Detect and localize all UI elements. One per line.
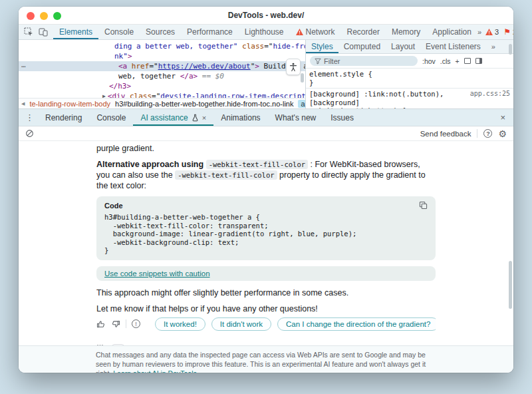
- devtools-window: DevTools - web.dev/ Elements Console Sou…: [19, 7, 513, 373]
- inspect-element-icon[interactable]: [24, 27, 33, 37]
- suggestion-chip[interactable]: It didn't work: [211, 317, 271, 331]
- code-block: Code h3#building-a-better-web-together a…: [96, 196, 436, 260]
- minimize-button[interactable]: [40, 12, 48, 20]
- chat-paragraph: This approach might offer slightly bette…: [96, 288, 436, 298]
- thumbs-up-icon[interactable]: [96, 319, 106, 329]
- dom-tree-line[interactable]: web, together </a> == $0: [19, 71, 305, 81]
- tab-console[interactable]: Console: [98, 25, 140, 39]
- drawer-tabs: ⋮ Rendering Console AI assistance × Anim…: [19, 109, 513, 126]
- styles-filter-row: Filter :hov .cls +: [306, 54, 513, 69]
- styles-filter-input[interactable]: Filter: [310, 56, 418, 66]
- element-style-rule[interactable]: element.style { }: [309, 70, 510, 87]
- dom-tree-line[interactable]: </h3>: [19, 81, 305, 91]
- new-style-rule-button[interactable]: +: [456, 57, 460, 65]
- titlebar: DevTools - web.dev/: [19, 7, 513, 25]
- issues-flag-icon: ⚑: [503, 27, 511, 37]
- ai-settings-gear-icon[interactable]: ⚙: [498, 128, 507, 139]
- tab-memory[interactable]: Memory: [386, 25, 426, 39]
- breadcrumb-back-icon[interactable]: ◀: [21, 101, 25, 106]
- stylesheet-source-link[interactable]: app.css:25: [470, 90, 510, 106]
- suggestion-chip[interactable]: Can I change the direction of the gradie…: [277, 317, 436, 331]
- styles-panel: Styles Computed Layout Event Listeners »…: [306, 40, 513, 108]
- suggestion-chip[interactable]: It worked!: [155, 317, 205, 331]
- zoom-button[interactable]: [53, 12, 61, 20]
- experiment-flask-icon: [192, 114, 199, 122]
- breadcrumb-item[interactable]: h3#building-a-better-web-together.hide-f…: [115, 100, 293, 108]
- element-classes-button[interactable]: .cls: [440, 57, 451, 65]
- ai-toolbar: Send feedback ? ⚙: [19, 126, 513, 141]
- tab-drawer-console[interactable]: Console: [89, 109, 133, 126]
- tab-computed[interactable]: Computed: [338, 40, 386, 53]
- panel-tabs: Elements Console Sources Performance Lig…: [53, 25, 477, 39]
- code-block-content[interactable]: h3#building-a-better-web-together a { -w…: [104, 213, 428, 255]
- learn-about-ai-link[interactable]: Learn about AI in DevTools: [113, 369, 197, 373]
- tab-rendering[interactable]: Rendering: [38, 109, 89, 126]
- tab-layout[interactable]: Layout: [386, 40, 420, 53]
- chat-scrollbar[interactable]: [509, 261, 512, 309]
- devtools-toolbar: Elements Console Sources Performance Lig…: [19, 25, 513, 40]
- inline-code: -webkit-text-fill-color: [206, 160, 308, 169]
- suggestion-chips: It worked! It didn't work Can I change t…: [155, 317, 436, 331]
- chat-paragraph: purple gradient.: [96, 143, 436, 154]
- warnings-badge[interactable]: 3: [485, 28, 499, 36]
- styles-rules: element.style { } [background] :link:not…: [306, 69, 513, 108]
- breadcrumb-item-selected[interactable]: a: [298, 100, 305, 108]
- tab-performance[interactable]: Performance: [181, 25, 239, 39]
- send-feedback-button[interactable]: Send feedback: [420, 130, 471, 138]
- toggle-element-state-button[interactable]: :hov: [422, 57, 436, 65]
- elements-panel: ding a better web, together" class="hide…: [19, 40, 306, 108]
- tab-whats-new[interactable]: What's new: [268, 109, 324, 126]
- styles-tabs: Styles Computed Layout Event Listeners »: [306, 40, 513, 54]
- close-drawer-icon[interactable]: ×: [492, 109, 513, 126]
- network-warning-icon: [296, 29, 303, 35]
- context-row: a: [96, 344, 436, 346]
- dom-tree-line[interactable]: <a href="https://web.dev/about"> Buildin…: [19, 61, 305, 71]
- accessibility-button[interactable]: [286, 59, 301, 75]
- selected-element-chip[interactable]: a: [112, 344, 124, 346]
- chat-paragraph: Alternative approach using -webkit-text-…: [96, 159, 436, 191]
- styles-more-tabs-icon[interactable]: »: [486, 40, 500, 53]
- elements-scrollbar[interactable]: [301, 73, 304, 83]
- tab-animations[interactable]: Animations: [213, 109, 267, 126]
- device-toolbar-icon[interactable]: [39, 27, 48, 37]
- caution-link[interactable]: Use code snippets with caution: [104, 270, 210, 278]
- computed-sidebar-icon[interactable]: [475, 58, 482, 64]
- filter-funnel-icon: [315, 58, 321, 65]
- tab-network[interactable]: Network: [290, 25, 341, 39]
- window-title: DevTools - web.dev/: [228, 11, 304, 20]
- dom-tree-line[interactable]: nk">: [19, 51, 305, 61]
- chat-paragraph: Let me know if that helps or if you have…: [96, 303, 436, 314]
- inspect-context-icon[interactable]: [96, 345, 106, 346]
- tab-event-listeners[interactable]: Event Listeners: [420, 40, 486, 53]
- drawer-menu-icon[interactable]: ⋮: [19, 109, 38, 126]
- styles-scrollbar[interactable]: [509, 44, 512, 55]
- drawer: ⋮ Rendering Console AI assistance × Anim…: [19, 108, 513, 373]
- tab-ai-assistance[interactable]: AI assistance ×: [133, 109, 213, 126]
- tab-issues[interactable]: Issues: [323, 109, 361, 126]
- help-icon[interactable]: ?: [483, 129, 492, 138]
- report-issue-icon[interactable]: !: [132, 319, 140, 328]
- code-caution-strip: Use code snippets with caution: [96, 266, 436, 281]
- gutter-marker: …: [21, 61, 26, 69]
- tab-sources[interactable]: Sources: [140, 25, 181, 39]
- breadcrumb-item[interactable]: te-landing-row-item-body: [29, 100, 110, 108]
- thumbs-down-icon[interactable]: [111, 319, 120, 329]
- feedback-divider: [126, 319, 126, 328]
- tab-application[interactable]: Application: [426, 25, 477, 39]
- css-rule[interactable]: [background] :link:not(.button), [backgr…: [309, 90, 510, 106]
- tab-elements[interactable]: Elements: [53, 25, 98, 39]
- close-tab-icon[interactable]: ×: [202, 114, 206, 122]
- code-block-title: Code: [104, 202, 123, 210]
- copy-code-icon[interactable]: [419, 201, 428, 210]
- clear-chat-icon[interactable]: [25, 129, 34, 138]
- toolbar-divider: [477, 129, 477, 138]
- issues-badge[interactable]: ⚑ 29: [503, 27, 513, 37]
- inline-code: -webkit-text-fill-color: [175, 170, 277, 180]
- tab-lighthouse[interactable]: Lighthouse: [239, 25, 290, 39]
- close-button[interactable]: [27, 12, 35, 20]
- dom-tree-line[interactable]: ding a better web, together" class="hide…: [19, 41, 305, 51]
- more-tabs-icon[interactable]: »: [477, 28, 481, 36]
- paint-format-icon[interactable]: [464, 58, 471, 64]
- tab-styles[interactable]: Styles: [306, 40, 338, 53]
- tab-recorder[interactable]: Recorder: [341, 25, 386, 39]
